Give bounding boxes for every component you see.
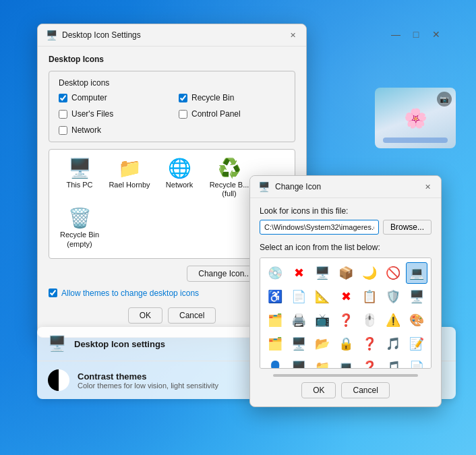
desktop-icon-settings-icon: 🖥️ (48, 335, 66, 353)
user-files-checkbox[interactable] (59, 110, 67, 119)
icon-cell-clipboard[interactable]: 📋 (359, 286, 380, 307)
icon-cell-display[interactable]: 📺 (311, 309, 333, 331)
icon-cell-lock[interactable]: 🔒 (335, 333, 357, 355)
control-panel-checkbox-row: Control Panel (179, 109, 285, 119)
contrast-themes-subtitle: Color themes for low vision, light sensi… (78, 382, 218, 390)
icon-cell-moon[interactable]: 🌙 (359, 262, 380, 284)
desktop-settings-title: Desktop Icon Settings (62, 30, 282, 40)
change-icon-ok-cancel: OK Cancel (260, 382, 432, 398)
network-checkbox-row: Network (59, 125, 165, 135)
settings-cancel-button[interactable]: Cancel (168, 307, 216, 324)
recycle-bin-checkbox[interactable] (179, 94, 187, 102)
network-icon: 🌐 (168, 159, 191, 178)
icon-cell-warning[interactable]: ⚠️ (382, 309, 404, 331)
icon-cell-question[interactable]: ❓ (335, 309, 357, 331)
rael-hornby-icon: 📁 (118, 159, 142, 178)
icon-cell-doc[interactable]: 📄 (288, 286, 309, 307)
change-icon-cancel-button[interactable]: Cancel (341, 382, 389, 398)
allow-themes-checkbox[interactable] (49, 289, 57, 297)
icon-cell-notes[interactable]: 📝 (406, 333, 427, 355)
recycle-full-icon-item[interactable]: ♻️ Recycle B...(full) (206, 156, 253, 201)
thumbnail-bar (383, 138, 448, 143)
recycle-empty-label: Recycle Bin(empty) (60, 231, 99, 248)
checkboxes-grid: Computer Recycle Bin User's Files Contro… (59, 93, 285, 135)
icon-cell-laptop-selected[interactable]: 💻 (406, 262, 427, 284)
computer-checkbox[interactable] (59, 94, 67, 102)
icon-cell-paint[interactable]: 🎨 (406, 309, 427, 331)
contrast-themes-title: Contrast themes (78, 371, 218, 382)
user-files-label[interactable]: User's Files (71, 109, 113, 119)
control-panel-label[interactable]: Control Panel (191, 109, 241, 119)
icon-cell-music2[interactable]: 🎵 (382, 357, 404, 369)
change-icon-dialog-controls: ✕ (422, 181, 433, 192)
icon-cell-printer[interactable]: 🖨️ (288, 309, 309, 331)
wallpaper-thumbnail-image: 🌸 (404, 107, 427, 129)
icon-cell-question2[interactable]: ❓ (359, 333, 380, 355)
scrollbar-indicator (273, 374, 418, 377)
change-icon-dialog: 🖥️ Change Icon ✕ Look for icons in this … (249, 175, 442, 407)
this-pc-icon-item[interactable]: 🖥️ This PC (56, 156, 103, 201)
icon-cell-box[interactable]: 📦 (335, 262, 357, 284)
icon-cell-cursor[interactable]: 🖱️ (359, 309, 380, 331)
network-label[interactable]: Network (71, 125, 101, 135)
desktop-icon-settings-title: Desktop Icon settings (74, 339, 165, 349)
desktop-settings-window-icon: 🖥️ (46, 30, 57, 40)
recycle-bin-checkbox-row: Recycle Bin (179, 93, 285, 102)
bg-close-button[interactable]: ✕ (430, 28, 442, 40)
icon-cell-accessible[interactable]: ♿ (264, 286, 286, 307)
computer-checkbox-row: Computer (59, 93, 165, 102)
settings-close-button[interactable]: ✕ (287, 30, 298, 40)
icon-cell-x-red[interactable]: ✖ (288, 262, 309, 284)
change-icon-dialog-content: Look for icons in this file: Browse... S… (250, 198, 441, 406)
thumbnail-preview: 🌸 📷 (375, 88, 456, 148)
icon-cell-x2[interactable]: ✖ (335, 286, 357, 307)
select-icon-label: Select an icon from the list below: (260, 243, 432, 252)
control-panel-checkbox[interactable] (179, 110, 187, 119)
change-icon-close-button[interactable]: ✕ (422, 181, 433, 192)
bg-maximize-button[interactable]: □ (410, 28, 422, 40)
icon-cell-monitor2[interactable]: 🖥️ (288, 357, 309, 369)
icon-cell-desktop2[interactable]: 🖥️ (406, 286, 427, 307)
network-label-item: Network (166, 181, 193, 189)
rael-hornby-icon-item[interactable]: 📁 Rael Hornby (106, 156, 153, 201)
network-icon-item[interactable]: 🌐 Network (156, 156, 203, 201)
icon-cell-ruler[interactable]: 📐 (311, 286, 333, 307)
icon-cell-no[interactable]: 🚫 (382, 262, 404, 284)
computer-label[interactable]: Computer (71, 93, 107, 102)
bg-minimize-button[interactable]: — (390, 28, 402, 40)
icon-cell-monitor[interactable]: 🖥️ (311, 262, 333, 284)
desktop-icon-settings-text: Desktop Icon settings (74, 339, 165, 349)
icon-cell-desktop3[interactable]: 🖥️ (288, 333, 309, 355)
look-for-icons-label: Look for icons in this file: (260, 206, 432, 216)
change-icon-ok-button[interactable]: OK (301, 382, 336, 398)
desktop-settings-titlebar: 🖥️ Desktop Icon Settings ✕ (38, 24, 306, 47)
icon-cell-cd[interactable]: 💿 (264, 262, 286, 284)
icon-grid-container[interactable]: 💿 ✖ 🖥️ 📦 🌙 🚫 💻 ♿ 📄 📐 ✖ 📋 🛡️ 🖥️ 🗂️ 🖨️ 📺 (260, 257, 432, 369)
icon-cell-folder2[interactable]: 📂 (311, 333, 333, 355)
recycle-empty-icon-item[interactable]: 🗑️ Recycle Bin(empty) (56, 206, 103, 251)
rael-hornby-label: Rael Hornby (109, 181, 150, 189)
change-icon-dialog-icon: 🖥️ (258, 181, 270, 192)
this-pc-icon: 🖥️ (68, 159, 92, 178)
icon-cell-user[interactable]: 👤 (264, 357, 286, 369)
file-input-row: Browse... (260, 220, 432, 235)
recycle-empty-icon: 🗑️ (68, 209, 92, 228)
icon-cell-laptop2[interactable]: 💻 (335, 357, 357, 369)
allow-themes-label[interactable]: Allow themes to change desktop icons (61, 289, 199, 298)
browse-button[interactable]: Browse... (383, 220, 432, 235)
network-checkbox[interactable] (59, 126, 67, 135)
file-path-input[interactable] (260, 220, 379, 235)
recycle-bin-label[interactable]: Recycle Bin (191, 93, 234, 102)
settings-ok-button[interactable]: OK (128, 307, 162, 324)
change-icon-titlebar: 🖥️ Change Icon ✕ (250, 176, 441, 198)
icon-grid: 💿 ✖ 🖥️ 📦 🌙 🚫 💻 ♿ 📄 📐 ✖ 📋 🛡️ 🖥️ 🗂️ 🖨️ 📺 (264, 262, 427, 369)
icon-cell-q3[interactable]: ❓ (359, 357, 380, 369)
this-pc-label: This PC (66, 181, 92, 189)
icon-cell-file-cabinet[interactable]: 🗂️ (264, 333, 286, 355)
icon-cell-doc2[interactable]: 📄 (406, 357, 427, 369)
user-files-checkbox-row: User's Files (59, 109, 165, 119)
icon-cell-music[interactable]: 🎵 (382, 333, 404, 355)
icon-cell-folder3[interactable]: 📁 (311, 357, 333, 369)
icon-cell-shield-green[interactable]: 🛡️ (382, 286, 404, 307)
icon-cell-folder-doc[interactable]: 🗂️ (264, 309, 286, 331)
